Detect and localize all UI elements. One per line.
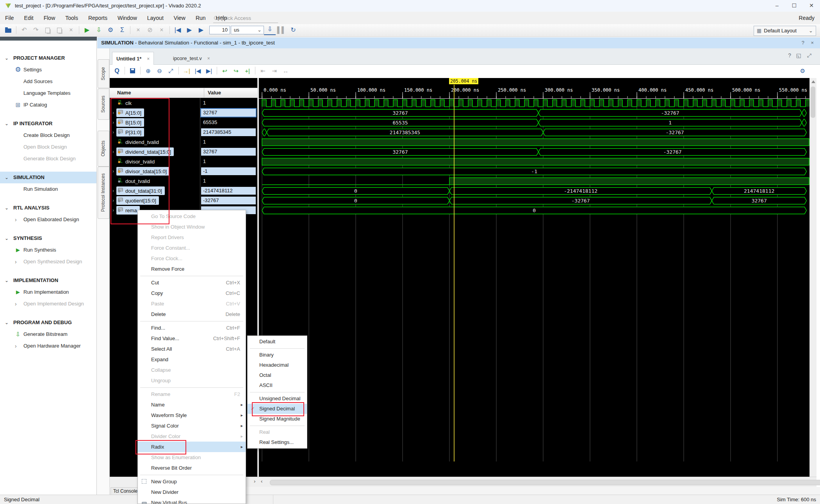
maximize-button[interactable]: ☐ <box>786 0 803 11</box>
cancel-icon[interactable]: × <box>156 24 168 36</box>
tab-tcl-console[interactable]: Tcl Console <box>111 487 138 495</box>
sidebar-item-generate-block-design[interactable]: Generate Block Design <box>0 153 96 165</box>
settings-icon[interactable]: ⚙ <box>797 65 808 77</box>
menu-item-delete[interactable]: DeleteDelete <box>138 309 246 319</box>
next-transition-icon[interactable]: ▶| <box>203 65 215 77</box>
sidebar-item-run-implementation[interactable]: ▶Run Implementation <box>0 286 96 298</box>
chevron-down-icon[interactable]: ⌄ <box>5 172 9 183</box>
signal-name-cell[interactable]: A[15:0] <box>116 108 144 117</box>
chevron-right-icon[interactable]: › <box>15 256 17 268</box>
expand-icon[interactable]: › <box>112 186 114 196</box>
signal-value-cell[interactable]: 32767 <box>201 148 256 156</box>
side-tab-scope[interactable]: Scope <box>98 59 109 88</box>
menu-item-unsigned-decimal[interactable]: Unsigned Decimal <box>248 394 307 404</box>
sidebar-item-settings[interactable]: ⚙Settings <box>0 64 96 76</box>
side-tab-objects[interactable]: Objects <box>98 131 109 167</box>
sidebar-item-open-hardware-manager[interactable]: ›Open Hardware Manager <box>0 340 96 352</box>
flow-section-header-synthesis[interactable]: ⌄SYNTHESIS <box>0 232 96 244</box>
sidebar-item-generate-bitstream[interactable]: ⇩Generate Bitstream <box>0 328 96 340</box>
flow-section-header-project-manager[interactable]: ⌄PROJECT MANAGER <box>0 52 96 64</box>
scroll-left-icon[interactable]: ‹ <box>261 478 262 484</box>
chevron-down-icon[interactable]: ⌄ <box>5 52 9 64</box>
scroll-up-icon[interactable] <box>811 80 815 83</box>
signal-row[interactable]: dividend_tvalid <box>110 137 200 147</box>
paste-icon[interactable] <box>53 24 65 37</box>
menu-item-name[interactable]: Name▸ <box>138 399 246 410</box>
signal-row[interactable]: divisor_tvalid <box>110 157 200 167</box>
expand-icon[interactable]: › <box>112 167 114 176</box>
menubar-item-edit[interactable]: Edit <box>19 12 39 24</box>
menu-item-expand[interactable]: Expand <box>138 354 246 365</box>
goto-cursor-icon[interactable]: →| <box>181 65 192 77</box>
flow-section-header-implementation[interactable]: ⌄IMPLEMENTATION <box>0 275 96 286</box>
save-icon[interactable] <box>127 65 138 78</box>
pause-icon[interactable]: ▌▌ <box>276 24 287 36</box>
sidebar-item-open-elaborated-design[interactable]: ›Open Elaborated Design <box>0 214 96 225</box>
menu-item-signal-color[interactable]: Signal Color▸ <box>138 421 246 431</box>
signal-value-cell[interactable]: -2147418112 <box>201 187 256 195</box>
signal-name-cell[interactable]: divisor_tdata[15:0] <box>116 167 169 176</box>
vertical-scrollbar[interactable] <box>809 78 816 477</box>
tab-untitled-1[interactable]: Untitled 1*× <box>112 52 154 65</box>
flow-section-header-ip-integrator[interactable]: ⌄IP INTEGRATOR <box>0 118 96 130</box>
prev-transition-icon[interactable]: |◀ <box>192 65 203 77</box>
signal-name-cell[interactable]: rema <box>116 206 140 215</box>
sidebar-item-run-synthesis[interactable]: ▶Run Synthesis <box>0 244 96 256</box>
expand-icon[interactable]: › <box>112 206 114 215</box>
signal-value-cell[interactable]: 1 <box>201 158 256 165</box>
zoom-in-icon[interactable]: ⊕ <box>143 65 154 77</box>
sidebar-item-ip-catalog[interactable]: ⊞IP Catalog <box>0 99 96 111</box>
cursor-time-label[interactable]: 205.004 ns <box>449 78 478 84</box>
signal-row[interactable]: clk <box>110 98 200 108</box>
menu-item-signed-decimal[interactable]: ✓Signed Decimal <box>248 404 307 414</box>
signal-row[interactable]: dout_tvalid <box>110 176 200 186</box>
quick-access-search[interactable]: Quick Access <box>213 14 278 23</box>
step-icon[interactable]: ⇩ <box>264 24 276 35</box>
chevron-down-icon[interactable]: ⌄ <box>5 202 9 214</box>
simulation-time-input[interactable]: 10 <box>209 26 230 34</box>
sidebar-item-open-implemented-design[interactable]: ›Open Implemented Design <box>0 298 96 310</box>
signal-name-cell[interactable]: dout_tdata[31:0] <box>116 186 165 195</box>
relaunch-icon[interactable]: ↻ <box>287 24 299 36</box>
horizontal-scrollbar-thumb[interactable] <box>270 480 820 485</box>
chevron-down-icon[interactable]: ⌄ <box>5 317 9 328</box>
menu-item-radix[interactable]: Radix▸ <box>138 442 246 452</box>
menu-item-hexadecimal[interactable]: Hexadecimal <box>248 360 307 370</box>
signal-name-cell[interactable]: divisor_tvalid <box>116 157 157 166</box>
swap-after-icon[interactable]: ↪ <box>230 65 242 77</box>
program-icon[interactable]: ⇩ <box>93 24 105 36</box>
menu-item-copy[interactable]: CopyCtrl+C <box>138 288 246 298</box>
run-for-icon[interactable]: ▶ <box>195 24 207 36</box>
signal-row[interactable]: ›divisor_tdata[15:0] <box>110 167 200 176</box>
add-marker-icon[interactable]: +| <box>242 65 253 77</box>
copy-icon[interactable] <box>42 24 53 37</box>
sidebar-item-language-templates[interactable]: Language Templates <box>0 87 96 99</box>
minimize-button[interactable]: – <box>768 0 786 11</box>
chevron-right-icon[interactable]: › <box>15 214 17 225</box>
simulation-time-unit-select[interactable]: us⌄ <box>231 26 264 34</box>
signal-value-cell[interactable]: 2147385345 <box>201 128 256 136</box>
signal-row[interactable]: ›B[15:0] <box>110 118 200 128</box>
close-icon[interactable]: × <box>811 37 814 48</box>
expand-icon[interactable]: › <box>112 118 114 128</box>
run-all-icon[interactable]: ▶ <box>184 24 195 36</box>
sidebar-item-run-simulation[interactable]: Run Simulation <box>0 183 96 195</box>
signal-row[interactable]: ›quotient[15:0] <box>110 196 200 206</box>
menubar-item-flow[interactable]: Flow <box>39 12 61 24</box>
menu-item-new-group[interactable]: New Group <box>138 476 246 487</box>
menu-item-select-all[interactable]: Select AllCtrl+A <box>138 344 246 354</box>
side-tab-sources[interactable]: Sources <box>98 89 109 120</box>
menu-item-remove-force[interactable]: Remove Force <box>138 264 246 274</box>
signal-name-cell[interactable]: clk <box>116 99 134 107</box>
help-icon[interactable]: ? <box>802 37 804 48</box>
open-recent-icon[interactable] <box>2 24 14 37</box>
signal-name-cell[interactable]: quotient[15:0] <box>116 196 159 205</box>
signal-row[interactable]: ›P[31:0] <box>110 128 200 137</box>
sidebar-item-add-sources[interactable]: Add Sources <box>0 76 96 87</box>
expand-icon[interactable]: › <box>112 147 114 157</box>
sidebar-item-open-synthesized-design[interactable]: ›Open Synthesized Design <box>0 256 96 268</box>
sidebar-item-create-block-design[interactable]: Create Block Design <box>0 130 96 141</box>
zoom-fit-icon[interactable]: ⤢ <box>165 65 176 77</box>
maximize-panel-icon[interactable]: ⤢ <box>807 52 811 59</box>
chevron-down-icon[interactable]: ⌄ <box>5 118 9 130</box>
